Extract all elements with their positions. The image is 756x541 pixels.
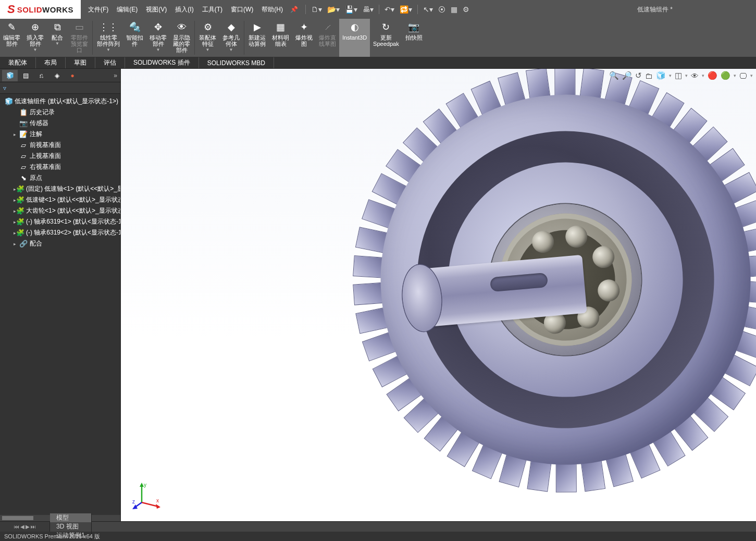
menu-item[interactable]: 编辑(E) xyxy=(113,0,142,19)
tree-node[interactable]: ▸🧩(固定) 低速轴<1> (默认<<默认>_显... xyxy=(0,183,120,194)
tree-node[interactable]: ▱上视基准面 xyxy=(0,151,120,162)
open-file-icon[interactable]: 📂▾ xyxy=(327,5,340,14)
view-triad[interactable]: y x z xyxy=(131,479,163,511)
toggle-icon[interactable]: ⦿ xyxy=(438,5,445,14)
zoom-fit-icon[interactable]: 🔍 xyxy=(609,71,619,80)
feature-filter-bar[interactable]: ▿ xyxy=(0,82,120,94)
tree-node[interactable]: ▸🧩大齿轮<1> (默认<<默认>_显示状态 xyxy=(0,205,120,216)
tab-last-icon[interactable]: ⏭ xyxy=(31,524,36,530)
appearance-tab[interactable]: ● xyxy=(65,70,80,81)
expand-arrow-icon[interactable]: ▸ xyxy=(14,241,19,247)
cursor-icon[interactable]: ↖▾ xyxy=(423,5,433,14)
dropdown-arrow-icon[interactable]: ▼ xyxy=(229,47,233,52)
ribbon-button[interactable]: ⋮⋮线性零 部件阵列▼ xyxy=(94,19,123,57)
node-icon: ⬊ xyxy=(19,174,28,182)
section-view-icon[interactable]: 🗀 xyxy=(645,71,653,80)
ribbon-button[interactable]: ↻更新 Speedpak xyxy=(370,19,402,57)
hide-show-icon[interactable]: 👁 xyxy=(691,71,699,80)
tree-node[interactable]: ▸🔗配合 xyxy=(0,238,120,249)
dropdown-icon[interactable]: ▾ xyxy=(750,73,753,78)
tree-node[interactable]: ▱右视基准面 xyxy=(0,162,120,173)
dropdown-arrow-icon[interactable]: ▼ xyxy=(206,47,210,52)
ribbon-button[interactable]: ⧉配合▼ xyxy=(47,19,68,57)
menu-item[interactable]: 文件(F) xyxy=(84,0,113,19)
menu-item[interactable]: 视图(V) xyxy=(142,0,171,19)
command-tab[interactable]: 装配体 xyxy=(0,57,36,68)
dropdown-icon[interactable]: ▾ xyxy=(669,73,672,78)
ribbon-button[interactable]: 👁显示隐 藏的零 部件 xyxy=(170,19,193,57)
tab-first-icon[interactable]: ⏮ xyxy=(14,524,19,530)
bottom-tab[interactable]: 3D 视图 xyxy=(50,522,92,531)
tree-root[interactable]: 🧊 低速轴组件 (默认<默认_显示状态-1>) xyxy=(0,96,120,107)
dropdown-arrow-icon[interactable]: ▼ xyxy=(106,47,110,52)
command-tab[interactable]: 评估 xyxy=(95,57,125,68)
panel-expand-arrow[interactable]: » xyxy=(114,72,117,79)
dropdown-icon[interactable]: ▾ xyxy=(702,73,704,78)
dropdown-icon[interactable]: ▾ xyxy=(685,73,688,78)
ribbon-button[interactable]: ▶新建运 动算例 xyxy=(245,19,269,57)
command-tab[interactable]: SOLIDWORKS MBD xyxy=(199,57,274,68)
apply-scene-icon[interactable]: 🟢 xyxy=(721,71,730,80)
node-icon: 🧩 xyxy=(16,218,24,226)
node-icon: 🧩 xyxy=(16,229,24,237)
dropdown-arrow-icon[interactable]: ▼ xyxy=(55,41,59,46)
tab-next-icon[interactable]: ▶ xyxy=(26,524,30,530)
ribbon-button[interactable]: 🔩智能扣 件 xyxy=(123,19,146,57)
ribbon-button[interactable]: ⚙装配体 特征▼ xyxy=(196,19,219,57)
menu-item[interactable]: 插入(I) xyxy=(171,0,197,19)
ribbon-button[interactable]: ✦爆炸视 图 xyxy=(292,19,316,57)
ribbon-button[interactable]: ▦材料明 细表 xyxy=(269,19,292,57)
dropdown-arrow-icon[interactable]: ▼ xyxy=(156,47,160,52)
app-logo: S SOLID WORKS xyxy=(0,0,81,19)
config-tab[interactable]: ⎌ xyxy=(33,70,49,81)
ribbon-label: 材料明 细表 xyxy=(272,34,289,47)
logo-text-solid: SOLID xyxy=(17,5,42,14)
grid-icon[interactable]: ▦ xyxy=(451,5,457,14)
tree-node[interactable]: ▸🧩(-) 轴承6319<2> (默认<显示状态-1 xyxy=(0,227,120,238)
zoom-area-icon[interactable]: 🔎 xyxy=(622,71,632,80)
scrollbar-thumb[interactable] xyxy=(2,516,33,520)
display-style-icon[interactable]: ◫ xyxy=(675,71,682,80)
menu-item[interactable]: 帮助(H) xyxy=(257,0,287,19)
expand-arrow-icon[interactable]: ▸ xyxy=(14,132,19,137)
display-tab[interactable]: ◈ xyxy=(49,70,65,81)
tree-node[interactable]: ▸📝注解 xyxy=(0,129,120,140)
feature-tree-tab[interactable]: 🧊 xyxy=(2,70,18,81)
command-tab[interactable]: 草图 xyxy=(66,57,95,68)
new-file-icon[interactable]: 🗋▾ xyxy=(311,5,322,14)
previous-view-icon[interactable]: ↺ xyxy=(635,71,642,80)
print-icon[interactable]: 🖶▾ xyxy=(363,5,374,14)
tree-node[interactable]: ▱前视基准面 xyxy=(0,140,120,151)
tree-node[interactable]: 📷传感器 xyxy=(0,118,120,129)
tree-node[interactable]: ▸🧩低速键<1> (默认<<默认>_显示状态 xyxy=(0,194,120,205)
view-settings-icon[interactable]: 🖵 xyxy=(739,71,747,80)
ribbon-button[interactable]: ✥移动零 部件▼ xyxy=(146,19,170,57)
tab-prev-icon[interactable]: ◀ xyxy=(20,524,24,530)
ribbon-button[interactable]: ◐Instant3D xyxy=(339,19,370,57)
graphics-viewport[interactable]: 🔍 🔎 ↺ 🗀 🧊▾ ◫▾ 👁▾ 🔴 🟢▾ 🖵▾ xyxy=(121,69,756,521)
ribbon-button[interactable]: ⊕插入零 部件▼ xyxy=(23,19,47,57)
main-body: 🧊 ▤ ⎌ ◈ ● » ▿ 🧊 低速轴组件 (默认<默认_显示状态-1>) 📋历… xyxy=(0,69,756,521)
menu-item[interactable]: 工具(T) xyxy=(198,0,227,19)
command-tab[interactable]: SOLIDWORKS 插件 xyxy=(125,57,199,68)
tree-node[interactable]: ⬊原点 xyxy=(0,173,120,183)
bottom-tab[interactable]: 模型 xyxy=(50,513,92,522)
dropdown-icon[interactable]: ▾ xyxy=(734,73,736,78)
tree-node[interactable]: ▸🧩(-) 轴承6319<1> (默认<显示状态-1 xyxy=(0,216,120,227)
tree-node[interactable]: 📋历史记录 xyxy=(0,107,120,118)
menu-pin-icon[interactable]: 📌 xyxy=(290,6,298,13)
ribbon-button[interactable]: 📷拍快照 xyxy=(402,19,426,57)
ribbon-button[interactable]: ◆参考几 何体▼ xyxy=(219,19,243,57)
edit-appearance-icon[interactable]: 🔴 xyxy=(708,71,717,80)
settings-icon[interactable]: ⚙ xyxy=(463,5,469,14)
undo-icon[interactable]: ↶▾ xyxy=(385,5,394,14)
view-orientation-icon[interactable]: 🧊 xyxy=(656,71,666,80)
menu-item[interactable]: 窗口(W) xyxy=(227,0,257,19)
rebuild-icon[interactable]: 🔁▾ xyxy=(400,5,412,14)
dropdown-arrow-icon[interactable]: ▼ xyxy=(33,47,38,52)
ribbon-button[interactable]: ✎编辑零 部件 xyxy=(0,19,23,57)
save-icon[interactable]: 💾▾ xyxy=(345,5,357,14)
command-tab[interactable]: 布局 xyxy=(36,57,66,68)
property-tab[interactable]: ▤ xyxy=(18,70,33,81)
ribbon-label: 编辑零 部件 xyxy=(3,34,20,47)
